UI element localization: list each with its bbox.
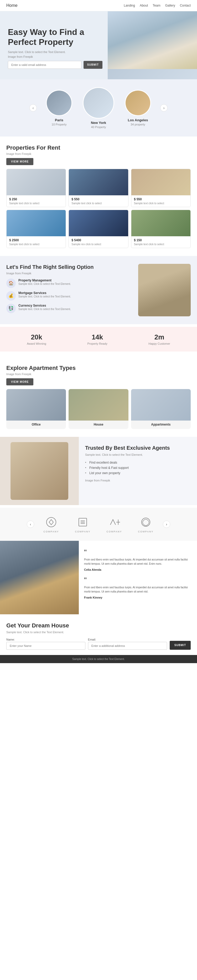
city-count-paris: 10 Property <box>42 123 76 126</box>
nav-link-about[interactable]: About <box>140 4 148 7</box>
hero-email-input[interactable] <box>8 61 81 69</box>
dream-email-group: Email: <box>88 638 167 650</box>
nav-links: Landing About Team Gallery Contact <box>124 4 191 7</box>
feature-text-2: Currency Services Sample text. Click to … <box>18 304 71 311</box>
selling-title: Let's Find The Right Selling Option <box>6 264 133 270</box>
apartment-types-grid: Office House Appartments <box>0 389 197 434</box>
explore-section: Explore Apartment Types Image from Freep… <box>0 352 197 434</box>
table-row[interactable]: $ 150 Sample text click to select <box>131 210 191 248</box>
property-info-4: $ 5400 Sample rex click to select <box>69 236 128 248</box>
selling-features: 🏠 Property Management Sample text. Click… <box>6 278 133 313</box>
stat-customer: 2m Happy Customer <box>148 333 170 345</box>
dream-section: Get Your Dream House Sample text. Click … <box>0 614 197 655</box>
explore-view-more-button[interactable]: VIEW MORE <box>6 378 33 385</box>
partners-section: ‹ COMPANY COMPANY <box>0 508 197 541</box>
feature-text-0: Property Management Sample text. Click t… <box>18 278 71 286</box>
partner-logo-3 <box>138 515 154 529</box>
feature-desc-2: Sample text. Click to select the Text El… <box>18 307 71 311</box>
city-image-la <box>126 91 150 115</box>
property-price-3: $ 2500 <box>9 239 63 242</box>
table-row[interactable]: $ 250 Sample text click to select <box>6 169 66 207</box>
navigation: Home Landing About Team Gallery Contact <box>0 0 197 11</box>
cities-prev-button[interactable]: ‹ <box>29 104 37 111</box>
property-label-1: Sample text click to select <box>71 202 125 205</box>
stat-number-award: 20k <box>27 333 46 341</box>
hero-content: Easy Way to Find a Perfect Property Samp… <box>8 27 102 69</box>
quote-mark-0: " <box>84 549 192 556</box>
property-label-3: Sample text click to select <box>9 243 63 246</box>
feature-title-1: Mortgage Services <box>18 291 71 295</box>
apt-card-appartments[interactable]: Appartments <box>131 389 191 429</box>
apt-label-appartments: Appartments <box>131 420 191 429</box>
selling-feature-2: 💱 Currency Services Sample text. Click t… <box>6 304 133 313</box>
property-label-2: Sample text click to select <box>134 202 188 205</box>
testimonials-section: " Proin sed libero enim sed faucibus tur… <box>0 541 197 614</box>
hero-submit-button[interactable]: SUBMIT <box>84 61 102 69</box>
explore-image-credit: Image from Freepik <box>6 372 191 375</box>
hero-image-credit: Image from Freepik <box>8 55 102 58</box>
property-info-5: $ 150 Sample text click to select <box>131 236 191 248</box>
properties-image-credit: Image from Freepik <box>6 152 191 156</box>
currency-icon: 💱 <box>6 304 16 313</box>
nav-logo[interactable]: Home <box>6 3 17 8</box>
partner-item-3: COMPANY <box>131 515 160 533</box>
property-image-3 <box>6 210 66 236</box>
selling-left: Let's Find The Right Selling Option Imag… <box>6 264 133 313</box>
table-row[interactable]: $ 550 Sample text click to select <box>131 169 191 207</box>
properties-section-header: Properties For Rent Image from Freepik <box>0 137 197 158</box>
property-image-2 <box>131 169 191 195</box>
cities-section: ‹ Paris 10 Property New York 40 Property… <box>0 79 197 137</box>
partner-logo-2 <box>106 515 122 529</box>
stat-property: 14k Property Ready <box>87 333 107 345</box>
dream-name-label: Name: <box>6 638 85 641</box>
feature-title-0: Property Management <box>18 278 71 282</box>
stat-award: 20k Award Winning <box>27 333 46 345</box>
apt-card-office[interactable]: Office <box>6 389 66 429</box>
nav-link-team[interactable]: Team <box>153 4 160 7</box>
apt-card-house[interactable]: House <box>68 389 128 429</box>
table-row[interactable]: $ 2500 Sample text click to select <box>6 210 66 248</box>
city-item-paris: Paris 10 Property <box>42 90 76 126</box>
footer-text: Sample text. Click to select the Text El… <box>72 658 125 660</box>
table-row[interactable]: $ 550 Sample text click to select <box>68 169 128 207</box>
dream-name-input[interactable] <box>6 642 85 650</box>
apt-image-house <box>68 389 128 420</box>
city-item-la: Los Angeles 34 property <box>121 90 155 126</box>
city-item-newyork: New York 40 Property <box>81 87 116 129</box>
cities-next-button[interactable]: › <box>160 104 168 111</box>
trusted-sample: Sample text. Click to select the Text El… <box>85 453 191 456</box>
hero-section: Easy Way to Find a Perfect Property Samp… <box>0 11 197 79</box>
properties-view-more-wrap: VIEW MORE <box>0 158 197 169</box>
testimonial-1: " Proin sed libero enim sed faucibus tur… <box>84 576 192 599</box>
nav-link-gallery[interactable]: Gallery <box>165 4 175 7</box>
trusted-features-list: Find excellent deals Friendly host & Fas… <box>85 460 191 476</box>
partners-next-button[interactable]: › <box>163 520 170 528</box>
table-row[interactable]: $ 5400 Sample rex click to select <box>68 210 128 248</box>
nav-link-contact[interactable]: Contact <box>180 4 191 7</box>
partners-prev-button[interactable]: ‹ <box>27 520 34 528</box>
feature-text-1: Mortgage Services Sample text. Click to … <box>18 291 71 299</box>
testimonial-0: " Proin sed libero enim sed faucibus tur… <box>84 549 192 571</box>
trusted-feature-2: List your own property <box>85 471 191 476</box>
dream-sample: Sample text. Click to select the Text El… <box>6 631 191 634</box>
selling-feature-0: 🏠 Property Management Sample text. Click… <box>6 278 133 288</box>
property-label-0: Sample text click to select <box>9 202 63 205</box>
partners-carousel: ‹ COMPANY COMPANY <box>0 513 197 536</box>
dream-submit-button[interactable]: SUBMIT <box>170 641 191 650</box>
dream-name-group: Name: <box>6 638 85 650</box>
property-image-4 <box>69 210 128 236</box>
trusted-feature-0: Find excellent deals <box>85 460 191 465</box>
dream-email-input[interactable] <box>88 642 167 650</box>
testimonial-house-photo <box>0 541 79 614</box>
trusted-feature-1: Friendly host & Fast support <box>85 465 191 471</box>
property-image-1 <box>69 169 128 195</box>
city-image-paris <box>47 91 71 115</box>
selling-section: Let's Find The Right Selling Option Imag… <box>0 256 197 324</box>
stat-label-customer: Happy Customer <box>148 342 170 345</box>
nav-link-landing[interactable]: Landing <box>124 4 135 7</box>
properties-view-more-button[interactable]: VIEW MORE <box>6 158 33 165</box>
mortgage-icon: 💰 <box>6 291 16 301</box>
partner-logo-1 <box>75 515 91 529</box>
explore-section-header: Explore Apartment Types Image from Freep… <box>0 357 197 378</box>
trusted-title: Trusted By Best Exclusive Agents <box>85 445 191 451</box>
